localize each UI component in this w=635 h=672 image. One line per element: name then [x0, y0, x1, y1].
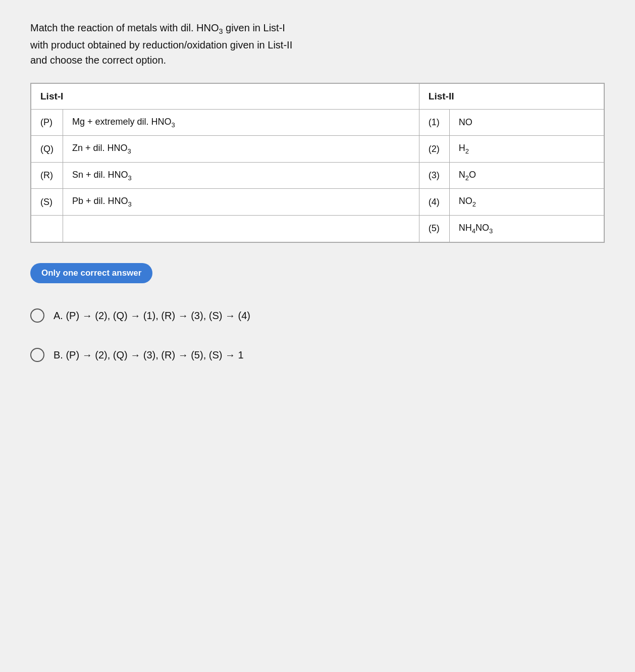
row-product: H2 [449, 136, 604, 163]
answer-type-badge: Only one correct answer [30, 263, 152, 283]
radio-a[interactable] [30, 308, 44, 323]
table-row: (R)Sn + dil. HNO3(3)N2O [31, 162, 604, 189]
row-product: N2O [449, 162, 604, 189]
row-reaction: Zn + dil. HNO3 [63, 136, 419, 163]
row-num: (3) [419, 162, 449, 189]
badge-row: Only one correct answer [30, 263, 605, 283]
row-reaction: Sn + dil. HNO3 [63, 162, 419, 189]
row-num: (1) [419, 109, 449, 136]
options-section: A. (P) → (2), (Q) → (1), (R) → (3), (S) … [30, 308, 605, 362]
page-container: Match the reaction of metals with dil. H… [0, 0, 635, 672]
list2-header: List-II [419, 83, 604, 109]
row-reaction: Pb + dil. HNO3 [63, 189, 419, 216]
row-num: (4) [419, 189, 449, 216]
row-reaction: Mg + extremely dil. HNO3 [63, 109, 419, 136]
radio-b[interactable] [30, 348, 44, 362]
row-label [31, 215, 63, 242]
table-row: (Q)Zn + dil. HNO3(2)H2 [31, 136, 604, 163]
row-label: (P) [31, 109, 63, 136]
row-label: (S) [31, 189, 63, 216]
row-product: NO [449, 109, 604, 136]
table-row: (S)Pb + dil. HNO3(4)NO2 [31, 189, 604, 216]
table-row: (5)NH4NO3 [31, 215, 604, 242]
table-row: (P)Mg + extremely dil. HNO3(1)NO [31, 109, 604, 136]
matching-table: List-I List-II (P)Mg + extremely dil. HN… [30, 83, 605, 243]
row-num: (5) [419, 215, 449, 242]
row-label: (R) [31, 162, 63, 189]
question-text: Match the reaction of metals with dil. H… [30, 20, 605, 68]
option-b[interactable]: B. (P) → (2), (Q) → (3), (R) → (5), (S) … [30, 348, 605, 362]
row-reaction [63, 215, 419, 242]
list1-header: List-I [31, 83, 419, 109]
option-b-text: B. (P) → (2), (Q) → (3), (R) → (5), (S) … [54, 348, 244, 362]
row-product: NH4NO3 [449, 215, 604, 242]
row-product: NO2 [449, 189, 604, 216]
option-a[interactable]: A. (P) → (2), (Q) → (1), (R) → (3), (S) … [30, 308, 605, 323]
option-a-text: A. (P) → (2), (Q) → (1), (R) → (3), (S) … [54, 308, 250, 323]
row-label: (Q) [31, 136, 63, 163]
row-num: (2) [419, 136, 449, 163]
